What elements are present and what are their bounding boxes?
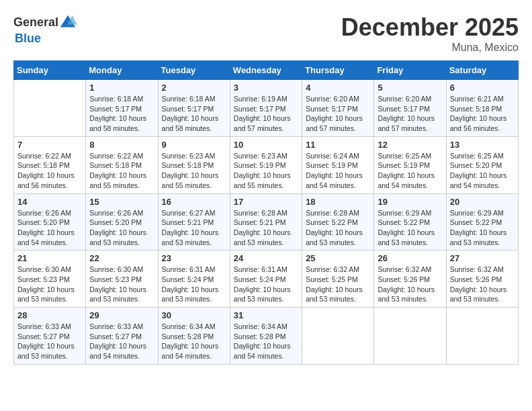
day-number: 4 <box>306 83 370 93</box>
header-day-monday: Monday <box>86 61 158 80</box>
day-cell-16: 16Sunrise: 6:27 AM Sunset: 5:21 PM Dayli… <box>158 193 230 250</box>
day-number: 6 <box>450 83 515 93</box>
day-info: Sunrise: 6:32 AM Sunset: 5:26 PM Dayligh… <box>378 265 442 304</box>
day-number: 21 <box>17 253 82 263</box>
empty-cell <box>14 80 86 137</box>
day-number: 25 <box>306 253 370 263</box>
day-cell-19: 19Sunrise: 6:29 AM Sunset: 5:22 PM Dayli… <box>374 193 446 250</box>
day-info: Sunrise: 6:20 AM Sunset: 5:17 PM Dayligh… <box>378 94 442 134</box>
day-number: 10 <box>234 140 298 150</box>
day-cell-4: 4Sunrise: 6:20 AM Sunset: 5:17 PM Daylig… <box>302 80 374 137</box>
empty-cell <box>446 308 518 365</box>
day-info: Sunrise: 6:28 AM Sunset: 5:21 PM Dayligh… <box>234 208 298 248</box>
day-cell-12: 12Sunrise: 6:25 AM Sunset: 5:19 PM Dayli… <box>374 136 446 193</box>
day-number: 30 <box>162 310 226 320</box>
day-cell-25: 25Sunrise: 6:32 AM Sunset: 5:25 PM Dayli… <box>302 250 374 308</box>
day-info: Sunrise: 6:33 AM Sunset: 5:27 PM Dayligh… <box>89 322 154 361</box>
day-info: Sunrise: 6:19 AM Sunset: 5:17 PM Dayligh… <box>234 94 298 134</box>
header-day-thursday: Thursday <box>302 61 374 80</box>
logo-blue-text: Blue <box>15 32 77 46</box>
month-title: December 2025 <box>341 13 519 42</box>
day-number: 14 <box>17 197 82 207</box>
day-number: 27 <box>450 253 515 263</box>
title-area: December 2025 Muna, Mexico <box>341 13 519 54</box>
header-row: SundayMondayTuesdayWednesdayThursdayFrid… <box>14 61 519 80</box>
day-info: Sunrise: 6:25 AM Sunset: 5:19 PM Dayligh… <box>378 151 442 191</box>
day-info: Sunrise: 6:26 AM Sunset: 5:20 PM Dayligh… <box>17 208 82 248</box>
day-cell-18: 18Sunrise: 6:28 AM Sunset: 5:22 PM Dayli… <box>302 193 374 250</box>
week-row-2: 7Sunrise: 6:22 AM Sunset: 5:18 PM Daylig… <box>14 136 519 193</box>
day-cell-2: 2Sunrise: 6:18 AM Sunset: 5:17 PM Daylig… <box>158 80 230 137</box>
day-info: Sunrise: 6:24 AM Sunset: 5:19 PM Dayligh… <box>306 151 370 191</box>
week-row-5: 28Sunrise: 6:33 AM Sunset: 5:27 PM Dayli… <box>14 308 519 365</box>
day-cell-15: 15Sunrise: 6:26 AM Sunset: 5:20 PM Dayli… <box>86 193 158 250</box>
day-number: 7 <box>17 140 82 150</box>
week-row-4: 21Sunrise: 6:30 AM Sunset: 5:23 PM Dayli… <box>14 250 519 308</box>
day-cell-29: 29Sunrise: 6:33 AM Sunset: 5:27 PM Dayli… <box>86 308 158 365</box>
day-info: Sunrise: 6:18 AM Sunset: 5:17 PM Dayligh… <box>162 94 226 134</box>
day-number: 3 <box>234 83 298 93</box>
day-cell-7: 7Sunrise: 6:22 AM Sunset: 5:18 PM Daylig… <box>14 136 86 193</box>
day-number: 15 <box>89 197 154 207</box>
week-row-1: 1Sunrise: 6:18 AM Sunset: 5:17 PM Daylig… <box>14 80 519 137</box>
day-info: Sunrise: 6:30 AM Sunset: 5:23 PM Dayligh… <box>89 265 154 304</box>
day-cell-22: 22Sunrise: 6:30 AM Sunset: 5:23 PM Dayli… <box>86 250 158 308</box>
header: General Blue December 2025 Muna, Mexico <box>13 13 519 54</box>
day-info: Sunrise: 6:27 AM Sunset: 5:21 PM Dayligh… <box>162 208 226 248</box>
day-cell-27: 27Sunrise: 6:32 AM Sunset: 5:26 PM Dayli… <box>446 250 518 308</box>
day-info: Sunrise: 6:32 AM Sunset: 5:25 PM Dayligh… <box>306 265 370 304</box>
day-info: Sunrise: 6:32 AM Sunset: 5:26 PM Dayligh… <box>450 265 515 304</box>
day-number: 5 <box>378 83 442 93</box>
day-number: 13 <box>450 140 515 150</box>
empty-cell <box>302 308 374 365</box>
day-number: 24 <box>234 253 298 263</box>
day-cell-10: 10Sunrise: 6:23 AM Sunset: 5:19 PM Dayli… <box>230 136 302 193</box>
header-day-sunday: Sunday <box>14 61 86 80</box>
day-info: Sunrise: 6:34 AM Sunset: 5:28 PM Dayligh… <box>162 322 226 361</box>
day-cell-1: 1Sunrise: 6:18 AM Sunset: 5:17 PM Daylig… <box>86 80 158 137</box>
day-number: 9 <box>162 140 226 150</box>
day-number: 11 <box>306 140 370 150</box>
day-cell-9: 9Sunrise: 6:23 AM Sunset: 5:18 PM Daylig… <box>158 136 230 193</box>
day-info: Sunrise: 6:22 AM Sunset: 5:18 PM Dayligh… <box>89 151 154 191</box>
day-info: Sunrise: 6:22 AM Sunset: 5:18 PM Dayligh… <box>17 151 82 191</box>
day-number: 8 <box>89 140 154 150</box>
location-title: Muna, Mexico <box>341 42 519 54</box>
day-cell-21: 21Sunrise: 6:30 AM Sunset: 5:23 PM Dayli… <box>14 250 86 308</box>
day-info: Sunrise: 6:33 AM Sunset: 5:27 PM Dayligh… <box>17 322 82 361</box>
header-day-wednesday: Wednesday <box>230 61 302 80</box>
day-number: 18 <box>306 197 370 207</box>
logo-general-text: General <box>13 16 58 30</box>
day-cell-26: 26Sunrise: 6:32 AM Sunset: 5:26 PM Dayli… <box>374 250 446 308</box>
day-number: 12 <box>378 140 442 150</box>
day-cell-30: 30Sunrise: 6:34 AM Sunset: 5:28 PM Dayli… <box>158 308 230 365</box>
day-info: Sunrise: 6:34 AM Sunset: 5:28 PM Dayligh… <box>234 322 298 361</box>
day-info: Sunrise: 6:28 AM Sunset: 5:22 PM Dayligh… <box>306 208 370 248</box>
day-number: 26 <box>378 253 442 263</box>
day-cell-5: 5Sunrise: 6:20 AM Sunset: 5:17 PM Daylig… <box>374 80 446 137</box>
day-info: Sunrise: 6:29 AM Sunset: 5:22 PM Dayligh… <box>378 208 442 248</box>
day-info: Sunrise: 6:26 AM Sunset: 5:20 PM Dayligh… <box>89 208 154 248</box>
day-number: 20 <box>450 197 515 207</box>
day-cell-31: 31Sunrise: 6:34 AM Sunset: 5:28 PM Dayli… <box>230 308 302 365</box>
week-row-3: 14Sunrise: 6:26 AM Sunset: 5:20 PM Dayli… <box>14 193 519 250</box>
day-cell-14: 14Sunrise: 6:26 AM Sunset: 5:20 PM Dayli… <box>14 193 86 250</box>
day-info: Sunrise: 6:20 AM Sunset: 5:17 PM Dayligh… <box>306 94 370 134</box>
day-info: Sunrise: 6:29 AM Sunset: 5:22 PM Dayligh… <box>450 208 515 248</box>
day-number: 17 <box>234 197 298 207</box>
day-info: Sunrise: 6:31 AM Sunset: 5:24 PM Dayligh… <box>234 265 298 304</box>
day-number: 16 <box>162 197 226 207</box>
calendar-table: SundayMondayTuesdayWednesdayThursdayFrid… <box>13 60 519 365</box>
day-number: 22 <box>89 253 154 263</box>
day-cell-20: 20Sunrise: 6:29 AM Sunset: 5:22 PM Dayli… <box>446 193 518 250</box>
day-number: 1 <box>89 83 154 93</box>
day-cell-13: 13Sunrise: 6:25 AM Sunset: 5:20 PM Dayli… <box>446 136 518 193</box>
header-day-saturday: Saturday <box>446 61 518 80</box>
day-info: Sunrise: 6:18 AM Sunset: 5:17 PM Dayligh… <box>89 94 154 134</box>
day-info: Sunrise: 6:23 AM Sunset: 5:19 PM Dayligh… <box>234 151 298 191</box>
day-cell-23: 23Sunrise: 6:31 AM Sunset: 5:24 PM Dayli… <box>158 250 230 308</box>
day-info: Sunrise: 6:30 AM Sunset: 5:23 PM Dayligh… <box>17 265 82 304</box>
day-info: Sunrise: 6:21 AM Sunset: 5:18 PM Dayligh… <box>450 94 515 134</box>
logo: General Blue <box>13 13 77 46</box>
day-cell-11: 11Sunrise: 6:24 AM Sunset: 5:19 PM Dayli… <box>302 136 374 193</box>
